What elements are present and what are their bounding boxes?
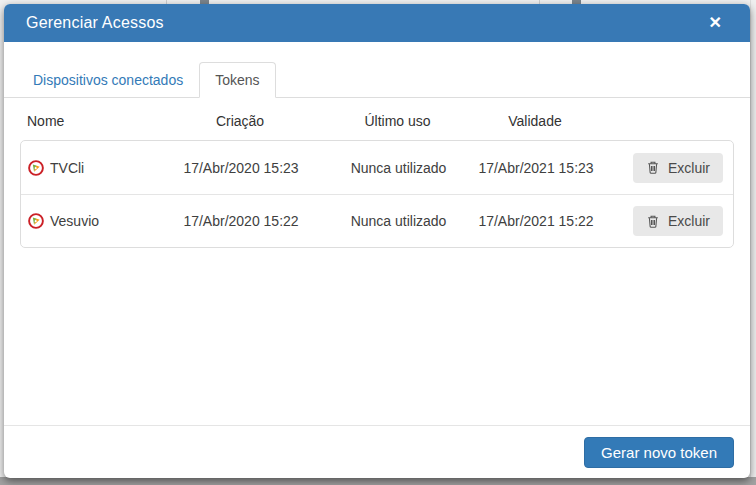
column-header-validade: Validade	[475, 113, 595, 129]
token-last-use: Nunca utilizado	[321, 213, 476, 229]
tab-dispositivos-conectados[interactable]: Dispositivos conectados	[17, 62, 199, 98]
tab-bar: Dispositivos conectados Tokens	[4, 62, 750, 98]
token-app-icon	[28, 213, 44, 229]
column-header-ultimo-uso: Último uso	[320, 113, 475, 129]
token-name: Vesuvio	[50, 213, 99, 229]
trash-icon	[646, 214, 660, 229]
token-row-vesuvio: Vesuvio 17/Abr/2020 15:22 Nunca utilizad…	[21, 194, 733, 247]
token-name: TVCli	[50, 160, 84, 176]
column-header-nome: Nome	[27, 113, 160, 129]
generate-new-token-button[interactable]: Gerar novo token	[584, 437, 734, 468]
token-created: 17/Abr/2020 15:22	[161, 213, 321, 229]
trash-icon	[646, 160, 660, 175]
modal-title: Gerenciar Acessos	[26, 14, 705, 32]
delete-token-button[interactable]: Excluir	[633, 153, 723, 183]
token-validity: 17/Abr/2021 15:22	[476, 213, 596, 229]
tab-tokens[interactable]: Tokens	[199, 62, 275, 98]
token-created: 17/Abr/2020 15:23	[161, 160, 321, 176]
background-footer-bar	[0, 477, 756, 485]
token-last-use: Nunca utilizado	[321, 160, 476, 176]
token-app-icon	[28, 160, 44, 176]
column-header-criacao: Criação	[160, 113, 320, 129]
tokens-panel: Nome Criação Último uso Validade TVCli 1…	[4, 98, 750, 425]
delete-token-button[interactable]: Excluir	[633, 206, 723, 236]
token-list: TVCli 17/Abr/2020 15:23 Nunca utilizado …	[20, 140, 734, 248]
modal-header: Gerenciar Acessos ✕	[4, 4, 750, 42]
table-header-row: Nome Criação Último uso Validade	[20, 111, 734, 129]
modal-footer: Gerar novo token	[4, 425, 750, 478]
manage-access-modal: Gerenciar Acessos ✕ Dispositivos conecta…	[4, 4, 750, 478]
background-page-edge	[750, 0, 756, 478]
token-validity: 17/Abr/2021 15:23	[476, 160, 596, 176]
token-row-tvcli: TVCli 17/Abr/2020 15:23 Nunca utilizado …	[21, 141, 733, 194]
close-icon[interactable]: ✕	[705, 13, 726, 33]
